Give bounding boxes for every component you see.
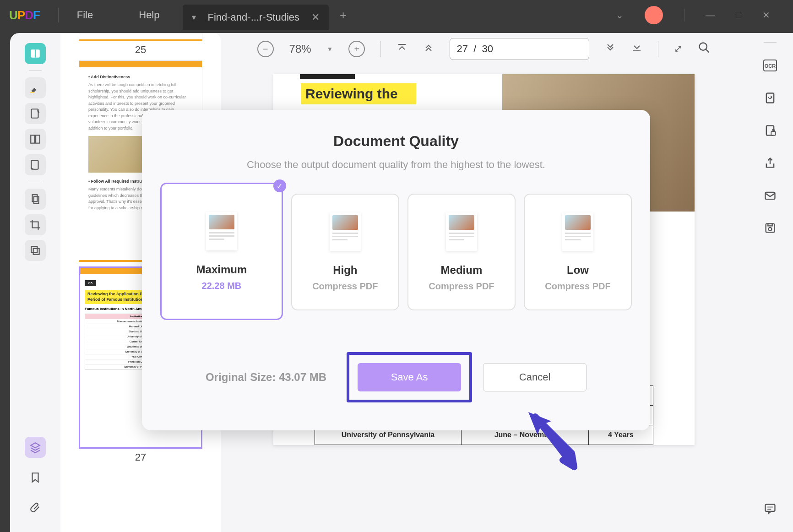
separator <box>29 71 42 71</box>
save-icon <box>764 222 777 234</box>
fit-width-button[interactable]: ⤢ <box>674 43 682 55</box>
tabs-dropdown-icon[interactable]: ⌄ <box>616 10 624 21</box>
page-layout-button[interactable] <box>25 129 46 150</box>
last-page-button[interactable] <box>631 42 642 56</box>
save-as-button[interactable]: Save As <box>358 363 461 391</box>
search-button[interactable] <box>698 41 711 57</box>
quality-option-medium[interactable]: Medium Compress PDF <box>407 194 516 310</box>
svg-rect-17 <box>766 93 774 103</box>
ocr-button[interactable]: OCR <box>763 59 777 75</box>
original-size-label: Original Size: 43.07 MB <box>206 371 326 384</box>
svg-rect-24 <box>766 505 775 511</box>
new-tab-button[interactable]: + <box>340 8 347 22</box>
maximize-button[interactable]: □ <box>736 10 741 21</box>
svg-rect-10 <box>33 249 39 255</box>
svg-rect-2 <box>30 92 34 93</box>
close-window-button[interactable]: ✕ <box>762 10 770 21</box>
copy-tool-button[interactable] <box>25 189 46 210</box>
quality-option-low[interactable]: Low Compress PDF <box>524 194 632 310</box>
thumbnail-25[interactable]: 25 <box>79 33 202 56</box>
minimize-button[interactable]: — <box>706 10 715 21</box>
edit-tool-button[interactable] <box>25 154 46 175</box>
chevron-down-double-icon <box>605 42 616 53</box>
protect-button[interactable] <box>764 124 777 140</box>
quality-desc: Compress PDF <box>429 281 494 292</box>
zoom-out-button[interactable]: − <box>257 41 274 57</box>
quality-size: 22.28 MB <box>202 281 242 291</box>
attachment-button[interactable] <box>25 497 46 518</box>
crop-tool-button[interactable] <box>25 214 46 235</box>
crop-icon <box>29 219 41 231</box>
dialog-title: Document Quality <box>160 133 632 150</box>
email-button[interactable] <box>764 189 777 205</box>
right-toolbar: OCR <box>747 33 793 532</box>
thumbnail-number: 25 <box>79 44 202 56</box>
check-icon: ✓ <box>273 179 286 192</box>
cancel-button[interactable]: Cancel <box>483 363 587 391</box>
svg-rect-8 <box>34 197 39 204</box>
svg-text:OCR: OCR <box>765 63 776 69</box>
tab-close-icon[interactable]: ✕ <box>311 11 320 23</box>
next-page-button[interactable] <box>605 42 616 56</box>
svg-rect-19 <box>771 131 775 135</box>
highlighter-icon <box>29 82 41 94</box>
quality-option-maximum[interactable]: ✓ Maximum 22.28 MB <box>160 183 283 320</box>
reader-mode-button[interactable] <box>25 43 46 64</box>
compare-tool-button[interactable] <box>25 240 46 261</box>
comment-button[interactable] <box>764 502 777 518</box>
quality-name: High <box>333 264 357 277</box>
bookmark-button[interactable] <box>25 467 46 488</box>
dialog-subtitle: Choose the output document quality from … <box>160 159 632 171</box>
zoom-dropdown-icon[interactable]: ▼ <box>327 45 333 53</box>
chevron-up-bar-icon <box>396 42 407 53</box>
paperclip-icon <box>29 502 41 514</box>
user-avatar[interactable] <box>645 6 663 24</box>
svg-rect-4 <box>31 135 35 143</box>
zoom-in-button[interactable]: + <box>348 41 365 57</box>
chevron-up-double-icon <box>423 42 434 53</box>
separator <box>58 8 59 22</box>
page-number-input[interactable] <box>450 38 589 60</box>
quality-name: Medium <box>441 264 483 277</box>
app-logo: UPDF <box>9 8 40 22</box>
pencil-note-icon <box>29 108 41 119</box>
svg-point-22 <box>769 228 772 231</box>
top-toolbar: − 78% ▼ + ⤢ <box>221 33 747 65</box>
chevron-down-bar-icon <box>631 42 642 53</box>
svg-point-13 <box>700 43 707 50</box>
document-tab[interactable]: ▾ Find-and-...r-Studies ✕ <box>183 5 329 30</box>
share-button[interactable] <box>764 157 777 173</box>
quality-option-high[interactable]: High Compress PDF <box>291 194 399 310</box>
highlight-tool-button[interactable] <box>25 77 46 98</box>
separator <box>684 9 684 22</box>
titlebar: UPDF File Help ▾ Find-and-...r-Studies ✕… <box>0 0 793 30</box>
mail-icon <box>764 189 777 202</box>
ocr-icon: OCR <box>763 59 777 72</box>
tab-dropdown-icon[interactable]: ▾ <box>192 12 196 22</box>
svg-line-14 <box>706 49 709 53</box>
first-page-button[interactable] <box>396 42 407 56</box>
convert-icon <box>764 92 777 104</box>
left-toolbar <box>10 33 60 532</box>
documents-icon <box>29 193 41 205</box>
layers-button[interactable] <box>25 437 46 458</box>
quality-options: ✓ Maximum 22.28 MB High Compress PDF Med… <box>160 194 632 320</box>
separator <box>658 41 658 57</box>
lock-page-icon <box>764 124 777 137</box>
bookmark-icon <box>29 472 41 483</box>
page-edit-icon <box>29 159 41 171</box>
annotate-tool-button[interactable] <box>25 103 46 124</box>
separator <box>29 182 42 182</box>
comment-icon <box>764 502 777 515</box>
menu-file[interactable]: File <box>77 9 93 21</box>
svg-rect-6 <box>31 160 38 169</box>
prev-page-button[interactable] <box>423 42 434 56</box>
svg-rect-5 <box>36 135 40 143</box>
quality-name: Low <box>567 264 589 277</box>
convert-button[interactable] <box>764 92 777 108</box>
svg-rect-3 <box>31 109 38 118</box>
layers-icon <box>29 441 41 453</box>
share-icon <box>764 157 777 169</box>
menu-help[interactable]: Help <box>139 9 159 21</box>
save-button[interactable] <box>764 222 777 238</box>
